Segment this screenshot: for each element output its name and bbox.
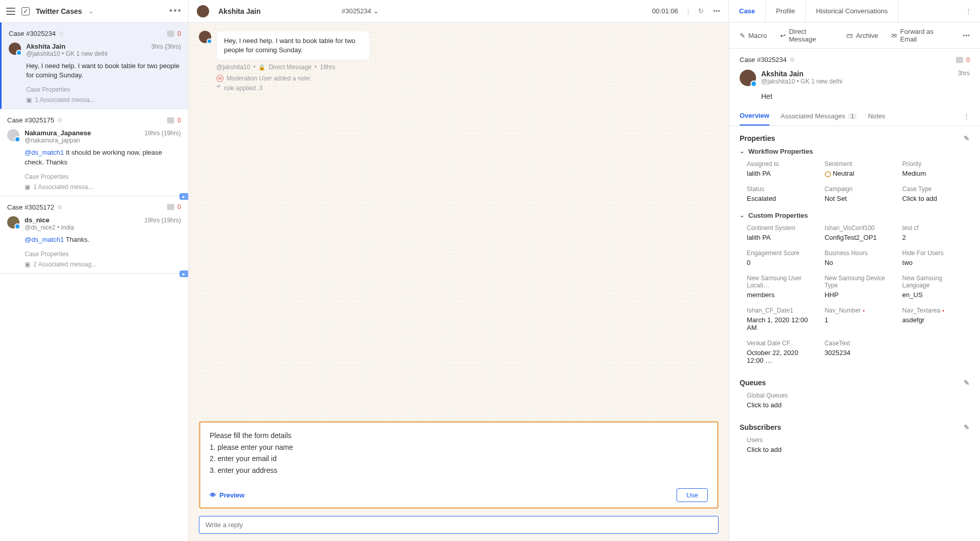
case-list-item[interactable]: Case #3025175 0 Nakamura_Japanese 19hrs … — [0, 109, 188, 196]
property-label: New Samsung User Locati… — [747, 275, 814, 289]
chevron-down-icon: ⌄ — [740, 212, 744, 219]
case-properties-link[interactable]: Case Properties — [26, 86, 181, 93]
property-field[interactable]: Hide For Users two — [902, 249, 970, 266]
associated-messages-link[interactable]: ▣ 2 Associated messag... — [25, 261, 181, 268]
property-field[interactable]: Ishan_CF_Date1 March 1, 2020 12:00 AM — [747, 307, 814, 331]
case-handle: @ds_nice2 • india — [25, 224, 181, 231]
associated-messages-link[interactable]: ▣ 1 Associated messa... — [25, 183, 181, 191]
property-label: test cf — [902, 224, 970, 232]
middle-more-icon[interactable]: ••• — [713, 7, 720, 15]
property-field[interactable]: Business Hours No — [825, 249, 892, 266]
property-field[interactable]: Continent System lalith PA — [747, 224, 814, 241]
message-icon — [956, 57, 963, 63]
property-label: Nav_Textarea • — [902, 307, 970, 314]
property-field[interactable]: Engagement Score 0 — [747, 249, 814, 266]
status-dot-icon — [57, 118, 62, 122]
lock-icon: 🔒 — [258, 64, 266, 71]
header-avatar — [197, 5, 209, 17]
property-field[interactable]: Sentiment Neutral — [825, 160, 892, 177]
property-field[interactable]: CaseText 3025234 — [825, 340, 892, 364]
associated-messages-link[interactable]: ▣ 1 Associated messa... — [26, 96, 181, 103]
property-label: New Samsung Language — [902, 275, 970, 289]
reply-input[interactable] — [199, 516, 719, 534]
stack-icon: ▣ — [26, 96, 32, 103]
tab-case[interactable]: Case — [729, 0, 766, 23]
message-count: 0 — [177, 203, 181, 211]
workflow-properties-toggle[interactable]: ⌄ Workflow Properties — [740, 148, 970, 155]
property-value: 1 — [825, 316, 892, 324]
use-button[interactable]: Use — [677, 488, 708, 502]
case-id: Case #3025234 — [9, 30, 56, 37]
property-value: ConfigTest2_OP1 — [825, 234, 892, 241]
conversation-pane: Hey, I need help. I want to book table f… — [189, 23, 729, 541]
archive-action[interactable]: 🗃Archive — [846, 32, 878, 39]
left-panel-title[interactable]: Twitter Cases — [36, 7, 82, 15]
property-field[interactable]: Priority Medium — [902, 160, 970, 177]
case-time: 3hrs (3hrs) — [151, 43, 181, 50]
right-more-icon[interactable]: ⋮ — [957, 7, 980, 15]
quote-icon: ❝ — [216, 83, 221, 93]
global-queues-value[interactable]: Click to add — [747, 401, 970, 409]
property-field[interactable]: Nav_Number • 1 — [825, 307, 892, 331]
forward-email-action[interactable]: ✉Forward as Email — [891, 28, 949, 43]
message-count: 0 — [177, 117, 181, 124]
direct-message-action[interactable]: ↩Direct Message — [780, 28, 833, 43]
mail-icon: ✉ — [891, 32, 897, 39]
property-value: March 1, 2020 12:00 AM — [747, 316, 814, 331]
preview-button[interactable]: 👁 Preview — [210, 491, 244, 499]
ptab-overview[interactable]: Overview — [740, 107, 769, 126]
case-message-preview: @ds_match1 Thanks. — [25, 235, 181, 244]
left-more-icon[interactable]: ••• — [169, 6, 182, 16]
property-field[interactable]: test cf 2 — [902, 224, 970, 241]
property-field[interactable]: New Samsung Device Type HHP — [825, 275, 892, 299]
property-value: two — [902, 259, 970, 266]
stack-icon: ▣ — [25, 261, 30, 268]
panel-tabs-more-icon[interactable]: ⋮ — [963, 112, 970, 120]
property-field[interactable]: Campaign Not Set — [825, 185, 892, 202]
header-case-number[interactable]: #3025234 ⌄ — [341, 7, 379, 15]
property-field[interactable]: New Samsung Language en_US — [902, 275, 970, 299]
chevron-down-icon: ⌄ — [740, 148, 744, 155]
property-field[interactable]: New Samsung User Locati… members — [747, 275, 814, 299]
property-field[interactable]: Status Escalated — [747, 185, 814, 202]
message-icon — [167, 31, 174, 37]
property-label: Engagement Score — [747, 249, 814, 257]
ptab-notes[interactable]: Notes — [868, 107, 885, 126]
case-properties-link[interactable]: Case Properties — [25, 251, 181, 258]
subscribers-users-value[interactable]: Click to add — [747, 446, 970, 453]
ptab-associated-messages[interactable]: Associated Messages 1 — [781, 107, 857, 126]
edit-queues-icon[interactable]: ✎ — [964, 379, 970, 387]
property-value: 3025234 — [825, 349, 892, 357]
status-dot-icon — [790, 57, 794, 62]
applied-rule: ❝ rule applied .3 — [216, 83, 719, 93]
chevron-down-icon[interactable]: ⌄ — [88, 7, 94, 15]
property-field[interactable]: Ishan_VisConf100 ConfigTest2_OP1 — [825, 224, 892, 241]
case-contact-name: Nakamura_Japanese — [25, 129, 91, 137]
property-field[interactable]: Venkat Date CF October 22, 2020 12:00 … — [747, 340, 814, 364]
property-label: Ishan_CF_Date1 — [747, 307, 814, 314]
select-all-checkbox[interactable]: ✓ — [22, 7, 30, 15]
hamburger-menu[interactable] — [6, 8, 15, 15]
property-field[interactable]: Nav_Textarea • asdefgr — [902, 307, 970, 331]
edit-properties-icon[interactable]: ✎ — [964, 134, 970, 142]
edit-subscribers-icon[interactable]: ✎ — [964, 423, 970, 431]
property-label: Business Hours — [825, 249, 892, 257]
refresh-icon[interactable]: ↻ — [698, 7, 704, 15]
message-meta: @jakshita10 • 🔒 Direct Message • 19hrs — [216, 64, 719, 71]
tab-profile[interactable]: Profile — [766, 0, 806, 23]
tab-historical[interactable]: Historical Conversations — [806, 0, 899, 23]
panel-actions-more-icon[interactable]: ••• — [963, 32, 970, 39]
global-queues-label: Global Queues — [747, 392, 970, 399]
property-field[interactable]: Case Type Click to add — [902, 185, 970, 202]
property-value: asdefgr — [902, 316, 970, 324]
case-list-item[interactable]: Case #3025172 0 ds_nice 19hrs (19hrs) @d… — [0, 196, 188, 274]
wand-icon: ✎ — [740, 32, 745, 39]
property-field[interactable]: Assigned to lalith PA — [747, 160, 814, 177]
case-message-preview: Hey, I need help. I want to book table f… — [26, 61, 181, 80]
custom-properties-toggle[interactable]: ⌄ Custom Properties — [740, 212, 970, 219]
case-id: Case #3025172 — [7, 203, 54, 211]
macro-action[interactable]: ✎Macro — [740, 32, 767, 39]
case-properties-link[interactable]: Case Properties — [25, 173, 181, 180]
case-list-item[interactable]: Case #3025234 0 Akshita Jain 3hrs (3hrs)… — [0, 23, 188, 109]
case-avatar — [9, 43, 21, 55]
